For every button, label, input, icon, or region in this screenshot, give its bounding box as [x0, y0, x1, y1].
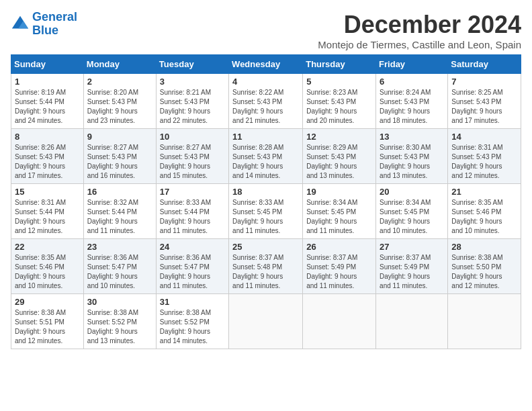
- day-number: 16: [87, 187, 152, 197]
- day-info: Sunrise: 8:32 AM Sunset: 5:44 PM Dayligh…: [87, 198, 152, 236]
- day-info: Sunrise: 8:25 AM Sunset: 5:43 PM Dayligh…: [451, 88, 517, 126]
- day-header-tuesday: Tuesday: [156, 55, 228, 74]
- day-info: Sunrise: 8:37 AM Sunset: 5:49 PM Dayligh…: [306, 253, 372, 291]
- logo: General Blue: [11, 11, 77, 38]
- calendar-cell: 14Sunrise: 8:31 AM Sunset: 5:43 PM Dayli…: [448, 129, 521, 184]
- logo-line2: Blue: [32, 24, 58, 37]
- day-number: 26: [306, 242, 372, 252]
- calendar-cell: 4Sunrise: 8:22 AM Sunset: 5:43 PM Daylig…: [229, 74, 303, 129]
- day-header-friday: Friday: [376, 55, 448, 74]
- day-number: 4: [232, 77, 299, 87]
- day-info: Sunrise: 8:37 AM Sunset: 5:49 PM Dayligh…: [380, 253, 444, 291]
- day-header-thursday: Thursday: [303, 55, 376, 74]
- day-number: 31: [160, 297, 225, 307]
- calendar-cell: 3Sunrise: 8:21 AM Sunset: 5:43 PM Daylig…: [156, 74, 228, 129]
- calendar-week-row: 15Sunrise: 8:31 AM Sunset: 5:44 PM Dayli…: [11, 184, 521, 239]
- calendar-cell: 12Sunrise: 8:29 AM Sunset: 5:43 PM Dayli…: [303, 129, 376, 184]
- day-info: Sunrise: 8:35 AM Sunset: 5:46 PM Dayligh…: [451, 198, 517, 236]
- day-number: 25: [232, 242, 299, 252]
- calendar-cell: 6Sunrise: 8:24 AM Sunset: 5:43 PM Daylig…: [376, 74, 448, 129]
- calendar-cell: 23Sunrise: 8:36 AM Sunset: 5:47 PM Dayli…: [83, 239, 156, 294]
- calendar-cell: 18Sunrise: 8:33 AM Sunset: 5:45 PM Dayli…: [229, 184, 303, 239]
- calendar-cell: 8Sunrise: 8:26 AM Sunset: 5:43 PM Daylig…: [11, 129, 84, 184]
- day-info: Sunrise: 8:26 AM Sunset: 5:43 PM Dayligh…: [15, 143, 80, 181]
- calendar-cell: 28Sunrise: 8:38 AM Sunset: 5:50 PM Dayli…: [448, 239, 521, 294]
- day-number: 12: [306, 132, 372, 142]
- day-info: Sunrise: 8:38 AM Sunset: 5:52 PM Dayligh…: [160, 308, 225, 346]
- calendar-cell: 27Sunrise: 8:37 AM Sunset: 5:49 PM Dayli…: [376, 239, 448, 294]
- day-number: 8: [15, 132, 80, 142]
- calendar-cell: 10Sunrise: 8:27 AM Sunset: 5:43 PM Dayli…: [156, 129, 228, 184]
- day-number: 9: [87, 132, 152, 142]
- calendar-cell: 7Sunrise: 8:25 AM Sunset: 5:43 PM Daylig…: [448, 74, 521, 129]
- calendar-cell: 13Sunrise: 8:30 AM Sunset: 5:43 PM Dayli…: [376, 129, 448, 184]
- calendar-week-row: 22Sunrise: 8:35 AM Sunset: 5:46 PM Dayli…: [11, 239, 521, 294]
- calendar-cell: 16Sunrise: 8:32 AM Sunset: 5:44 PM Dayli…: [83, 184, 156, 239]
- calendar-cell: 5Sunrise: 8:23 AM Sunset: 5:43 PM Daylig…: [303, 74, 376, 129]
- calendar-cell: 15Sunrise: 8:31 AM Sunset: 5:44 PM Dayli…: [11, 184, 84, 239]
- day-info: Sunrise: 8:34 AM Sunset: 5:45 PM Dayligh…: [380, 198, 444, 236]
- page-header: General Blue December 2024 Montejo de Ti…: [11, 11, 521, 50]
- calendar-cell: 26Sunrise: 8:37 AM Sunset: 5:49 PM Dayli…: [303, 239, 376, 294]
- calendar-cell: 11Sunrise: 8:28 AM Sunset: 5:43 PM Dayli…: [229, 129, 303, 184]
- day-info: Sunrise: 8:28 AM Sunset: 5:43 PM Dayligh…: [232, 143, 299, 181]
- day-info: Sunrise: 8:31 AM Sunset: 5:44 PM Dayligh…: [15, 198, 80, 236]
- calendar-header-row: SundayMondayTuesdayWednesdayThursdayFrid…: [11, 55, 521, 74]
- day-info: Sunrise: 8:27 AM Sunset: 5:43 PM Dayligh…: [87, 143, 152, 181]
- day-info: Sunrise: 8:24 AM Sunset: 5:43 PM Dayligh…: [380, 88, 444, 126]
- day-number: 2: [87, 77, 152, 87]
- calendar-cell: [376, 294, 448, 349]
- day-info: Sunrise: 8:31 AM Sunset: 5:43 PM Dayligh…: [451, 143, 517, 181]
- calendar-cell: 21Sunrise: 8:35 AM Sunset: 5:46 PM Dayli…: [448, 184, 521, 239]
- calendar-cell: 1Sunrise: 8:19 AM Sunset: 5:44 PM Daylig…: [11, 74, 84, 129]
- day-info: Sunrise: 8:29 AM Sunset: 5:43 PM Dayligh…: [306, 143, 372, 181]
- day-number: 18: [232, 187, 299, 197]
- title-area: December 2024 Montejo de Tiermes, Castil…: [318, 11, 521, 50]
- day-info: Sunrise: 8:27 AM Sunset: 5:43 PM Dayligh…: [160, 143, 225, 181]
- day-number: 15: [15, 187, 80, 197]
- month-title: December 2024: [318, 11, 521, 39]
- day-number: 24: [160, 242, 225, 252]
- calendar-cell: 29Sunrise: 8:38 AM Sunset: 5:51 PM Dayli…: [11, 294, 84, 349]
- day-number: 27: [380, 242, 444, 252]
- day-info: Sunrise: 8:33 AM Sunset: 5:45 PM Dayligh…: [232, 198, 299, 236]
- calendar-cell: 2Sunrise: 8:20 AM Sunset: 5:43 PM Daylig…: [83, 74, 156, 129]
- logo-line1: General: [32, 10, 77, 24]
- day-number: 1: [15, 77, 80, 87]
- day-number: 28: [451, 242, 517, 252]
- day-info: Sunrise: 8:36 AM Sunset: 5:47 PM Dayligh…: [160, 253, 225, 291]
- day-number: 3: [160, 77, 225, 87]
- day-number: 22: [15, 242, 80, 252]
- day-number: 19: [306, 187, 372, 197]
- location-subtitle: Montejo de Tiermes, Castille and Leon, S…: [318, 39, 521, 50]
- day-number: 10: [160, 132, 225, 142]
- calendar-cell: [448, 294, 521, 349]
- day-info: Sunrise: 8:36 AM Sunset: 5:47 PM Dayligh…: [87, 253, 152, 291]
- day-number: 29: [15, 297, 80, 307]
- day-number: 21: [451, 187, 517, 197]
- day-info: Sunrise: 8:38 AM Sunset: 5:52 PM Dayligh…: [87, 308, 152, 346]
- day-info: Sunrise: 8:21 AM Sunset: 5:43 PM Dayligh…: [160, 88, 225, 126]
- logo-icon: [11, 15, 30, 34]
- day-info: Sunrise: 8:19 AM Sunset: 5:44 PM Dayligh…: [15, 88, 80, 126]
- day-number: 5: [306, 77, 372, 87]
- day-header-sunday: Sunday: [11, 55, 84, 74]
- calendar-cell: 9Sunrise: 8:27 AM Sunset: 5:43 PM Daylig…: [83, 129, 156, 184]
- day-header-wednesday: Wednesday: [229, 55, 303, 74]
- day-number: 13: [380, 132, 444, 142]
- day-header-saturday: Saturday: [448, 55, 521, 74]
- day-info: Sunrise: 8:23 AM Sunset: 5:43 PM Dayligh…: [306, 88, 372, 126]
- calendar-week-row: 8Sunrise: 8:26 AM Sunset: 5:43 PM Daylig…: [11, 129, 521, 184]
- day-info: Sunrise: 8:38 AM Sunset: 5:51 PM Dayligh…: [15, 308, 80, 346]
- day-number: 6: [380, 77, 444, 87]
- calendar-cell: 31Sunrise: 8:38 AM Sunset: 5:52 PM Dayli…: [156, 294, 228, 349]
- day-info: Sunrise: 8:37 AM Sunset: 5:48 PM Dayligh…: [232, 253, 299, 291]
- calendar-cell: [229, 294, 303, 349]
- calendar-cell: 20Sunrise: 8:34 AM Sunset: 5:45 PM Dayli…: [376, 184, 448, 239]
- day-number: 30: [87, 297, 152, 307]
- calendar-cell: 30Sunrise: 8:38 AM Sunset: 5:52 PM Dayli…: [83, 294, 156, 349]
- day-info: Sunrise: 8:20 AM Sunset: 5:43 PM Dayligh…: [87, 88, 152, 126]
- day-info: Sunrise: 8:35 AM Sunset: 5:46 PM Dayligh…: [15, 253, 80, 291]
- calendar-cell: 17Sunrise: 8:33 AM Sunset: 5:44 PM Dayli…: [156, 184, 228, 239]
- calendar-cell: 22Sunrise: 8:35 AM Sunset: 5:46 PM Dayli…: [11, 239, 84, 294]
